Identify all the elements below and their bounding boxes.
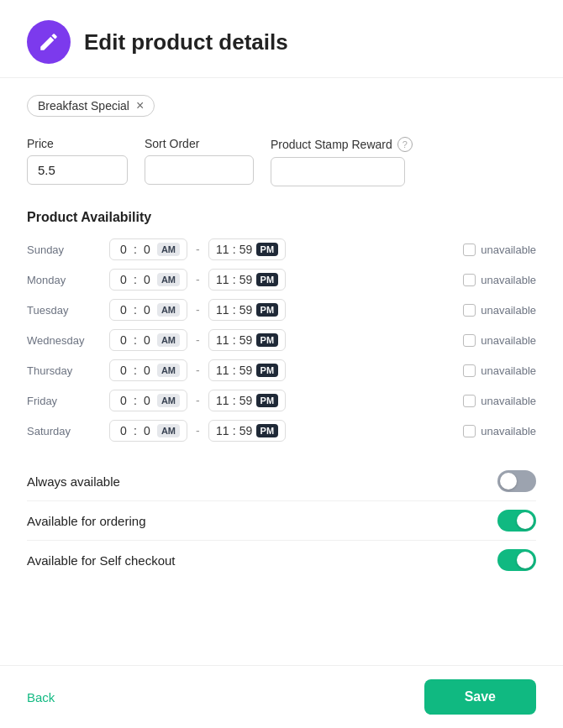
avail-row: Monday 0 : 0 AM - 11 : 59 PM unavailable [27,269,536,291]
end-ampm[interactable]: PM [256,333,279,347]
start-time-block: 0 : 0 AM [109,359,187,381]
start-min: 0 [140,273,154,286]
help-icon[interactable]: ? [397,137,413,152]
product-availability-section: Product Availability Sunday 0 : 0 AM - 1… [27,210,536,442]
end-ampm[interactable]: PM [256,243,279,256]
unavailable-label: unavailable [481,274,536,286]
start-hour: 0 [117,273,130,286]
available-self-checkout-label: Available for Self checkout [27,553,176,568]
unavailable-checkbox[interactable] [463,274,476,286]
stamp-reward-field-group: Product Stamp Reward ? [271,137,413,186]
start-time-block: 0 : 0 AM [109,390,187,411]
end-min: 59 [239,273,253,286]
back-button[interactable]: Back [27,690,55,704]
avail-row: Saturday 0 : 0 AM - 11 : 59 PM unavailab… [27,420,536,442]
stamp-reward-input[interactable] [271,157,405,186]
avail-row: Friday 0 : 0 AM - 11 : 59 PM unavailable [27,390,536,411]
tag-row: Breakfast Special × [27,95,536,117]
end-min: 59 [239,394,253,407]
day-label: Monday [27,274,103,286]
always-available-toggle[interactable] [497,470,536,492]
sort-order-input[interactable] [145,155,254,185]
unavailable-block: unavailable [463,304,536,317]
available-ordering-label: Available for ordering [27,514,145,528]
sort-order-label: Sort Order [145,137,254,150]
end-hour: 11 [216,394,229,407]
unavailable-checkbox[interactable] [463,304,476,317]
end-ampm[interactable]: PM [256,364,279,377]
start-hour: 0 [117,364,130,377]
end-hour: 11 [216,243,229,256]
end-time-block: 11 : 59 PM [208,359,286,381]
edit-icon [38,31,60,53]
end-hour: 11 [216,333,229,347]
start-time-block: 0 : 0 AM [109,238,187,260]
always-available-label: Always available [27,474,120,489]
unavailable-checkbox[interactable] [463,425,476,437]
day-label: Friday [27,395,103,407]
product-tag: Breakfast Special × [27,95,155,117]
end-time-block: 11 : 59 PM [208,420,286,442]
day-label: Saturday [27,425,103,437]
header: Edit product details [0,0,563,78]
start-hour: 0 [117,394,130,407]
end-time-block: 11 : 59 PM [208,269,286,291]
header-icon [27,20,71,64]
end-hour: 11 [216,303,229,317]
end-hour: 11 [216,364,229,377]
start-ampm[interactable]: AM [157,364,180,377]
end-time-block: 11 : 59 PM [208,299,286,321]
start-ampm[interactable]: AM [157,424,180,437]
avail-row: Tuesday 0 : 0 AM - 11 : 59 PM unavailabl… [27,299,536,321]
end-time-block: 11 : 59 PM [208,329,286,351]
avail-row: Thursday 0 : 0 AM - 11 : 59 PM unavailab… [27,359,536,381]
start-ampm[interactable]: AM [157,394,180,407]
unavailable-checkbox[interactable] [463,364,476,377]
save-button[interactable]: Save [424,679,536,715]
tag-label: Breakfast Special [38,99,129,113]
start-time-block: 0 : 0 AM [109,269,187,291]
end-hour: 11 [216,424,229,437]
start-min: 0 [140,303,154,317]
end-min: 59 [239,303,253,317]
start-time-block: 0 : 0 AM [109,299,187,321]
start-ampm[interactable]: AM [157,273,180,286]
price-label: Price [27,137,128,150]
unavailable-checkbox[interactable] [463,334,476,347]
unavailable-checkbox[interactable] [463,395,476,407]
unavailable-block: unavailable [463,364,536,377]
end-time-block: 11 : 59 PM [208,390,286,411]
start-min: 0 [140,243,154,256]
start-min: 0 [140,333,154,347]
availability-section-title: Product Availability [27,210,536,225]
end-min: 59 [239,364,253,377]
start-min: 0 [140,364,154,377]
day-label: Tuesday [27,304,103,317]
end-ampm[interactable]: PM [256,273,279,286]
available-self-checkout-row: Available for Self checkout [27,541,536,579]
tag-close-icon[interactable]: × [136,99,144,113]
start-ampm[interactable]: AM [157,303,180,317]
end-ampm[interactable]: PM [256,394,279,407]
price-input[interactable] [27,155,128,185]
unavailable-label: unavailable [481,304,536,317]
end-ampm[interactable]: PM [256,303,279,317]
start-min: 0 [140,424,154,437]
available-self-checkout-toggle[interactable] [497,549,536,571]
end-ampm[interactable]: PM [256,424,279,437]
day-label: Wednesday [27,334,103,347]
unavailable-label: unavailable [481,244,536,256]
sort-order-field-group: Sort Order [145,137,254,185]
unavailable-checkbox[interactable] [463,244,476,256]
start-hour: 0 [117,303,130,317]
start-ampm[interactable]: AM [157,243,180,256]
start-time-block: 0 : 0 AM [109,329,187,351]
start-hour: 0 [117,424,130,437]
available-ordering-toggle[interactable] [497,510,536,532]
unavailable-block: unavailable [463,425,536,437]
always-available-row: Always available [27,462,536,501]
unavailable-label: unavailable [481,395,536,407]
unavailable-block: unavailable [463,244,536,256]
stamp-reward-label: Product Stamp Reward ? [271,137,413,152]
start-ampm[interactable]: AM [157,333,180,347]
